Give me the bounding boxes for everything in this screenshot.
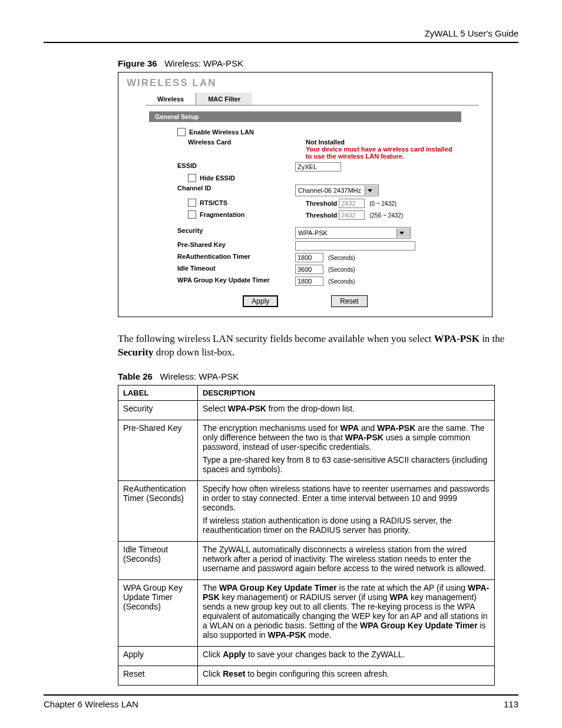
- table-row: SecuritySelect WPA-PSK from the drop-dow…: [118, 400, 495, 420]
- table-row: ApplyClick Apply to save your changes ba…: [118, 646, 495, 666]
- tab-wireless[interactable]: Wireless: [146, 93, 196, 105]
- tab-strip: Wireless MAC Filter: [146, 93, 479, 106]
- reauth-unit: (Seconds): [328, 255, 355, 261]
- table-row: Pre-Shared KeyThe encryption mechanisms …: [118, 420, 495, 480]
- table-caption: Table 26 Wireless: WPA-PSK: [118, 371, 518, 381]
- table-title: Wireless: WPA-PSK: [160, 371, 239, 381]
- row-description: Specify how often wireless stations have…: [198, 480, 495, 541]
- enable-wireless-label: Enable Wireless LAN: [189, 129, 254, 136]
- psk-label: Pre-Shared Key: [167, 241, 295, 248]
- footer-page-number: 113: [504, 699, 518, 709]
- table-row: ReAuthentication Timer (Seconds)Specify …: [118, 480, 495, 541]
- rts-threshold-label: Threshold: [306, 200, 337, 207]
- row-description: The WPA Group Key Update Timer is the ra…: [198, 579, 495, 646]
- table-row: Idle Timeout (Seconds)The ZyWALL automat…: [118, 541, 495, 579]
- row-label: Idle Timeout (Seconds): [118, 541, 198, 579]
- form-area: Enable Wireless LAN Wireless Card Not In…: [167, 128, 458, 286]
- section-general-setup: General Setup: [149, 111, 461, 122]
- row-description: Click Apply to save your changes back to…: [198, 646, 495, 666]
- security-select[interactable]: WPA-PSK: [295, 227, 411, 239]
- rtscts-checkbox[interactable]: [188, 199, 196, 207]
- wireless-card-label: Wireless Card: [188, 139, 231, 146]
- security-label: Security: [167, 227, 295, 234]
- col-description: DESCRIPTION: [198, 385, 495, 400]
- row-label: WPA Group Key Update Timer (Seconds): [118, 579, 198, 646]
- wireless-card-warning: Your device must have a wireless card in…: [306, 146, 458, 160]
- psk-input[interactable]: [295, 241, 415, 251]
- tab-mac-filter[interactable]: MAC Filter: [196, 93, 252, 105]
- fragmentation-label: Fragmentation: [200, 211, 244, 218]
- row-label: Security: [118, 400, 198, 420]
- row-label: Apply: [118, 646, 198, 666]
- group-key-unit: (Seconds): [328, 278, 355, 285]
- table-row: ResetClick Reset to begin configuring th…: [118, 666, 495, 685]
- description-table: LABEL DESCRIPTION SecuritySelect WPA-PSK…: [118, 385, 495, 686]
- apply-button[interactable]: Apply: [243, 295, 278, 307]
- frag-threshold-label: Threshold: [306, 212, 337, 219]
- reauth-label: ReAuthentication Timer: [167, 253, 295, 260]
- reauth-input[interactable]: [295, 253, 323, 262]
- rts-range: (0 ~ 2432): [369, 200, 396, 207]
- fragmentation-checkbox[interactable]: [188, 210, 196, 219]
- row-label: ReAuthentication Timer (Seconds): [118, 480, 198, 541]
- hide-essid-checkbox[interactable]: [188, 174, 196, 182]
- essid-input[interactable]: [295, 162, 341, 172]
- running-head: ZyWALL 5 User's Guide: [44, 28, 518, 38]
- body-paragraph: The following wireless LAN security fiel…: [118, 332, 513, 360]
- rts-threshold-input[interactable]: [339, 199, 365, 208]
- frag-range: (256 ~ 2432): [369, 212, 403, 219]
- row-label: Pre-Shared Key: [118, 420, 198, 480]
- idle-label: Idle Timeout: [167, 265, 295, 272]
- chevron-down-icon: [396, 228, 410, 238]
- hide-essid-label: Hide ESSID: [200, 174, 235, 182]
- row-description: The ZyWALL automatically disconnects a w…: [198, 541, 495, 579]
- figure-number: Figure 36: [118, 58, 157, 68]
- table-row: WPA Group Key Update Timer (Seconds)The …: [118, 579, 495, 646]
- reset-button[interactable]: Reset: [331, 295, 367, 307]
- channel-id-select[interactable]: Channel-06 2437MHz: [295, 185, 379, 196]
- screenshot-title: WIRELESS LAN: [127, 77, 484, 89]
- row-description: The encryption mechanisms used for WPA a…: [198, 420, 495, 480]
- channel-id-value: Channel-06 2437MHz: [298, 187, 365, 194]
- row-description: Select WPA-PSK from the drop-down list.: [198, 400, 495, 420]
- figure-caption: Figure 36 Wireless: WPA-PSK: [118, 58, 518, 68]
- rtscts-label: RTS/CTS: [200, 199, 227, 206]
- col-label: LABEL: [118, 385, 198, 400]
- footer-chapter: Chapter 6 Wireless LAN: [44, 699, 138, 709]
- security-value: WPA-PSK: [298, 229, 331, 236]
- wireless-card-status: Not Installed: [306, 139, 458, 146]
- group-key-input[interactable]: [295, 276, 323, 286]
- enable-wireless-checkbox[interactable]: [177, 128, 186, 136]
- frag-threshold-input[interactable]: [339, 210, 365, 220]
- row-description: Click Reset to begin configuring this sc…: [198, 666, 495, 685]
- idle-unit: (Seconds): [328, 266, 355, 273]
- group-key-label: WPA Group Key Update Timer: [167, 276, 295, 284]
- screenshot-panel: WIRELESS LAN Wireless MAC Filter General…: [118, 72, 492, 317]
- table-number: Table 26: [118, 371, 153, 381]
- page-footer: Chapter 6 Wireless LAN 113: [44, 694, 518, 709]
- channel-id-label: Channel ID: [167, 185, 295, 192]
- row-label: Reset: [118, 666, 198, 685]
- essid-label: ESSID: [167, 162, 295, 169]
- idle-input[interactable]: [295, 265, 323, 274]
- figure-title: Wireless: WPA-PSK: [164, 58, 243, 68]
- chevron-down-icon: [365, 186, 378, 195]
- head-rule: [44, 42, 518, 43]
